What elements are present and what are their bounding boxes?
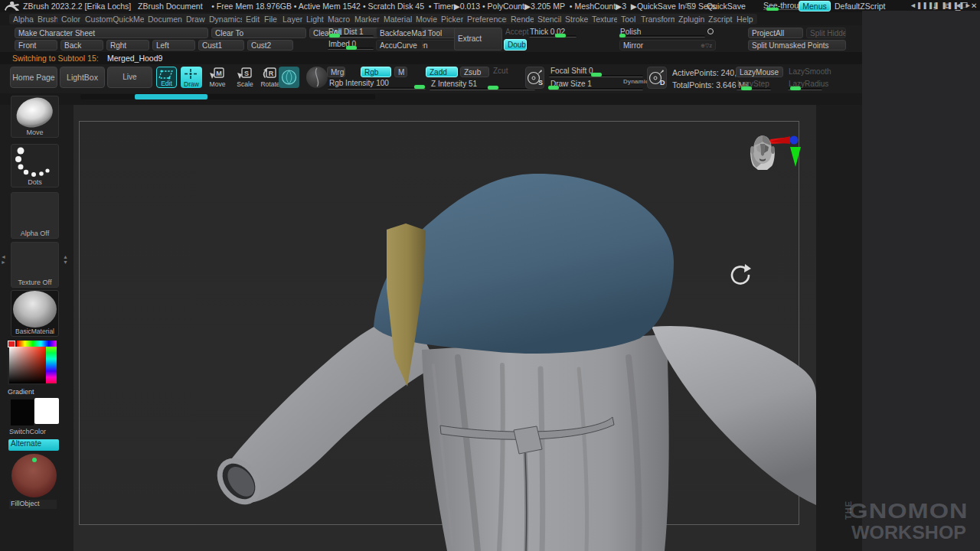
svg-text:M: M [216, 70, 222, 77]
svg-text:S: S [244, 70, 249, 77]
svg-text:R: R [269, 70, 274, 77]
svg-text:S: S [538, 79, 543, 86]
svg-text:D: D [660, 79, 665, 86]
